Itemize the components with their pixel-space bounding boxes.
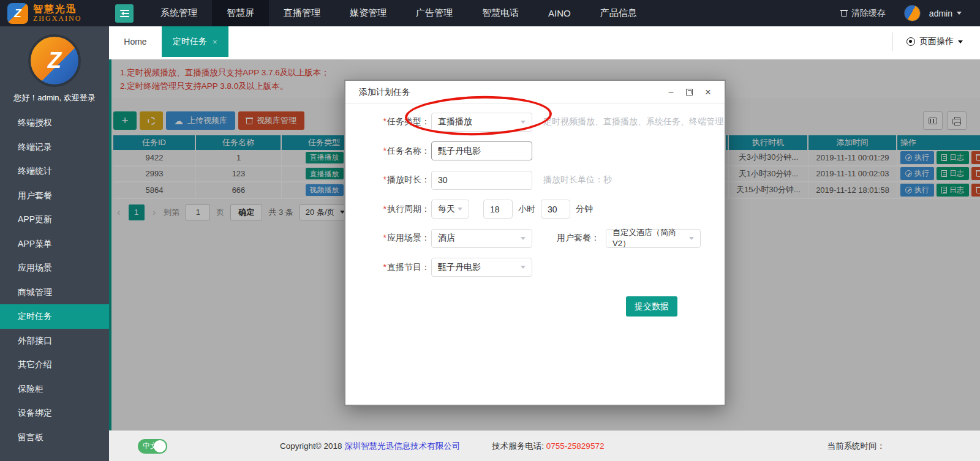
- maximize-icon[interactable]: [686, 89, 693, 96]
- chevron-down-icon: [957, 12, 962, 17]
- close-tab-icon[interactable]: ×: [213, 37, 217, 47]
- brand-subtitle: ZHGXAINO: [33, 15, 81, 23]
- sidebar-item[interactable]: 终端记录: [0, 135, 109, 160]
- sidebar-menu: 终端授权终端记录终端统计用户套餐APP更新APP菜单应用场景商城管理定时任务外部…: [0, 111, 109, 449]
- footer: 中文 Copyright© 2018 深圳智慧光迅信息技术有限公司 技术服务电话…: [109, 430, 980, 461]
- package-label: 用户套餐：: [557, 233, 600, 244]
- cycle-frequency-select[interactable]: 每天: [431, 200, 469, 219]
- tab-scheduled-tasks[interactable]: 定时任务 ×: [162, 26, 228, 57]
- chevron-down-icon: [689, 237, 694, 242]
- task-name-label: *任务名称：: [345, 146, 430, 157]
- topnav-item[interactable]: 智慧屏: [212, 0, 269, 26]
- copyright-text: Copyright© 2018 深圳智慧光迅信息技术有限公司: [280, 441, 460, 452]
- cycle-label: *执行周期：: [345, 204, 430, 215]
- topnav-item[interactable]: 产品信息: [586, 0, 652, 26]
- chevron-down-icon: [521, 121, 526, 126]
- task-type-select[interactable]: 直播播放: [431, 113, 532, 132]
- sidebar-item[interactable]: 外部接口: [0, 329, 109, 353]
- sidebar-logo-icon: Z: [28, 34, 81, 87]
- top-navbar: Z 智慧光迅 ZHGXAINO 系统管理智慧屏直播管理媒资管理广告管理智慧电话A…: [0, 0, 980, 26]
- brand-logo: Z 智慧光迅 ZHGXAINO: [0, 3, 109, 24]
- cycle-hour-input[interactable]: [483, 200, 513, 219]
- task-name-input[interactable]: [431, 141, 532, 160]
- system-time-label: 当前系统时间：: [827, 441, 886, 452]
- sidebar-item[interactable]: 定时任务: [0, 304, 109, 329]
- sidebar-item[interactable]: 用户套餐: [0, 184, 109, 208]
- scene-label: *应用场景：: [345, 233, 430, 244]
- sidebar-item[interactable]: 终端统计: [0, 159, 109, 184]
- collapse-menu-icon: [119, 10, 129, 17]
- chevron-down-icon: [521, 266, 526, 271]
- topnav-item[interactable]: 广告管理: [401, 0, 467, 26]
- greeting-text: 您好！admin, 欢迎登录: [0, 92, 109, 103]
- tab-bar: Home 定时任务 × 页面操作: [109, 26, 980, 57]
- submit-button[interactable]: 提交数据: [626, 296, 677, 317]
- topnav-item[interactable]: 直播管理: [269, 0, 335, 26]
- modal-header: 添加计划任务 − ×: [345, 81, 725, 104]
- collapse-sidebar-button[interactable]: [115, 4, 134, 23]
- sidebar-item[interactable]: APP更新: [0, 208, 109, 232]
- sidebar-item[interactable]: 留言板: [0, 425, 109, 450]
- duration-hint: 播放时长单位：秒: [543, 174, 612, 186]
- phone-label: 技术服务电话:: [492, 441, 544, 451]
- add-task-modal: 添加计划任务 − × *任务类型： 直播播放 定时视频播放、直播播放、系统任务、…: [344, 80, 726, 406]
- topnav-item[interactable]: 智慧电话: [467, 0, 533, 26]
- package-select[interactable]: 自定义酒店（简尚V2）: [606, 229, 701, 248]
- sidebar-item[interactable]: 终端授权: [0, 111, 109, 135]
- minute-unit-label: 分钟: [576, 204, 593, 215]
- target-icon: [907, 37, 915, 46]
- sidebar-item[interactable]: 保险柜: [0, 377, 109, 402]
- modal-title: 添加计划任务: [359, 87, 410, 98]
- duration-label: *播放时长：: [345, 174, 430, 186]
- user-menu[interactable]: admin: [929, 9, 962, 18]
- sidebar-item[interactable]: 其它介绍: [0, 353, 109, 377]
- hour-unit-label: 小时: [518, 204, 535, 215]
- scene-select[interactable]: 酒店: [431, 229, 532, 248]
- duration-input[interactable]: [431, 171, 532, 190]
- username: admin: [929, 9, 952, 18]
- page-operations-dropdown[interactable]: 页面操作: [892, 32, 980, 51]
- company-link[interactable]: 深圳智慧光迅信息技术有限公司: [344, 441, 460, 451]
- clear-cache-label: 清除缓存: [851, 8, 886, 19]
- trash-icon: [841, 10, 847, 17]
- topnav-item[interactable]: 系统管理: [146, 0, 212, 26]
- avatar[interactable]: [904, 5, 921, 21]
- topnav-item[interactable]: 媒资管理: [335, 0, 401, 26]
- brand-logo-icon: Z: [7, 3, 28, 24]
- sidebar: Z 您好！admin, 欢迎登录 终端授权终端记录终端统计用户套餐APP更新AP…: [0, 26, 109, 461]
- app-window: Z 智慧光迅 ZHGXAINO 系统管理智慧屏直播管理媒资管理广告管理智慧电话A…: [0, 0, 980, 461]
- task-type-label: *任务类型：: [345, 116, 430, 127]
- phone-number: 0755-25829572: [546, 441, 605, 451]
- chevron-down-icon: [521, 237, 526, 242]
- tab-home[interactable]: Home: [109, 26, 162, 57]
- topnav-item[interactable]: AINO: [533, 0, 586, 26]
- clear-cache-button[interactable]: 清除缓存: [841, 8, 886, 19]
- topnav-items: 系统管理智慧屏直播管理媒资管理广告管理智慧电话AINO产品信息: [146, 0, 652, 26]
- chevron-down-icon: [458, 208, 462, 213]
- chevron-down-icon: [958, 40, 963, 46]
- sidebar-item[interactable]: 应用场景: [0, 256, 109, 280]
- sidebar-item[interactable]: APP菜单: [0, 232, 109, 257]
- program-select[interactable]: 甄子丹电影: [431, 258, 532, 277]
- task-type-hint: 定时视频播放、直播播放、系统任务、终端管理: [543, 116, 723, 127]
- sidebar-item[interactable]: 设备绑定: [0, 401, 109, 425]
- minimize-icon[interactable]: −: [668, 88, 674, 97]
- cycle-minute-input[interactable]: [541, 200, 570, 219]
- brand-title: 智慧光迅: [33, 4, 81, 15]
- language-toggle[interactable]: 中文: [138, 439, 167, 454]
- sidebar-item[interactable]: 商城管理: [0, 280, 109, 305]
- close-icon[interactable]: ×: [705, 87, 711, 97]
- program-label: *直播节目：: [345, 262, 430, 273]
